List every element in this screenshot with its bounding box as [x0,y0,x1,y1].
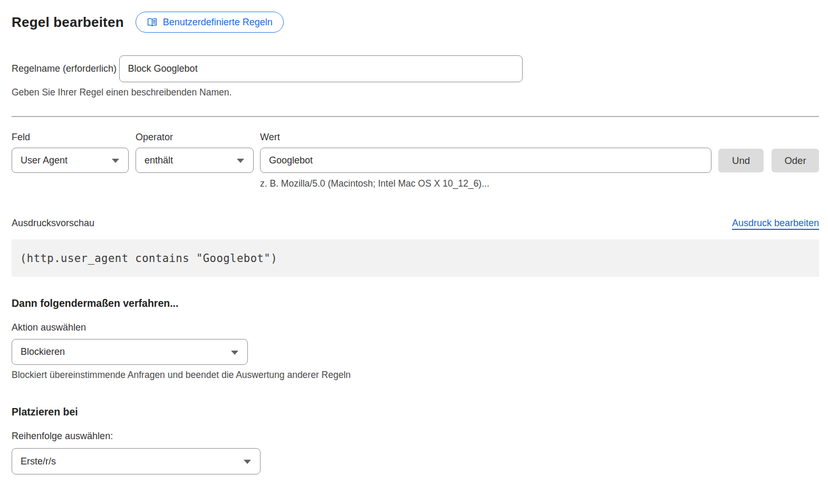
action-heading: Dann folgendermaßen verfahren... [12,297,819,309]
operator-select[interactable]: enthält [136,148,254,173]
value-label: Wert [260,132,711,143]
open-book-icon [147,17,158,28]
rule-name-section: Regelname (erforderlich) Geben Sie Ihrer… [12,50,819,98]
expression-code: (http.user_agent contains "Googlebot") [20,252,277,265]
placement-select-value: Erste/r/s [21,456,56,467]
operator-label: Operator [136,132,254,143]
placement-label: Reihenfolge auswählen: [12,431,819,442]
chevron-down-icon [231,351,238,355]
rule-name-label: Regelname (erforderlich) [12,63,117,74]
expression-header: Ausdrucksvorschau Ausdruck bearbeiten [12,218,819,229]
or-button[interactable]: Oder [772,149,819,172]
operator-column: Operator enthält [136,132,254,173]
action-select[interactable]: Blockieren [12,339,248,365]
condition-row: Feld User Agent Operator enthält Wert Un… [12,132,819,173]
custom-rules-docs-label: Benutzerdefinierte Regeln [163,17,273,28]
expression-preview-label: Ausdrucksvorschau [12,218,94,229]
section-divider [12,116,819,117]
rule-name-help: Geben Sie Ihrer Regel einen beschreibend… [12,87,819,98]
and-button[interactable]: Und [718,149,764,172]
placement-order-select[interactable]: Erste/r/s [12,448,261,474]
page-header: Regel bearbeiten Benutzerdefinierte Rege… [12,12,819,33]
action-label: Aktion auswählen [12,322,819,333]
page-title: Regel bearbeiten [12,14,124,31]
operator-select-value: enthält [145,155,173,166]
value-column: Wert [260,132,711,173]
edit-rule-form: Regel bearbeiten Benutzerdefinierte Rege… [0,0,828,474]
field-select-value: User Agent [21,155,68,166]
field-label: Feld [12,132,129,143]
expression-preview-box: (http.user_agent contains "Googlebot") [12,239,819,277]
chevron-down-icon [112,159,119,163]
value-hint: z. B. Mozilla/5.0 (Macintosh; Intel Mac … [260,178,819,189]
rule-name-input[interactable] [119,55,523,82]
field-select[interactable]: User Agent [12,148,129,173]
action-select-value: Blockieren [21,346,65,357]
action-help: Blockiert übereinstimmende Anfragen und … [12,370,819,381]
placement-heading: Platzieren bei [12,406,819,418]
custom-rules-docs-button[interactable]: Benutzerdefinierte Regeln [136,12,284,33]
field-column: Feld User Agent [12,132,129,173]
action-section: Dann folgendermaßen verfahren... Aktion … [12,297,819,381]
chevron-down-icon [244,460,251,464]
edit-expression-link[interactable]: Ausdruck bearbeiten [732,218,819,229]
value-input[interactable] [260,148,711,173]
placement-section: Platzieren bei Reihenfolge auswählen: Er… [12,406,819,474]
chevron-down-icon [237,159,244,163]
